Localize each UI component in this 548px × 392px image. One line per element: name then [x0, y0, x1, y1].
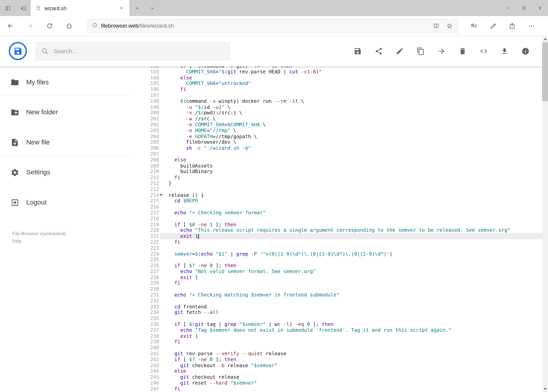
back-button[interactable]: [1, 16, 20, 36]
copy-button[interactable]: [414, 45, 427, 57]
page-info-button[interactable]: [92, 22, 98, 29]
code-line-195[interactable]: 195 COMMIT_SHA="untracked": [140, 81, 542, 86]
code-line-210[interactable]: 210 buildBinary: [140, 169, 542, 175]
code-line-224[interactable]: 224 semver=$(echo "$1" | grep -P '^v(0|[…: [140, 251, 542, 257]
code-line-207[interactable]: 207: [140, 151, 542, 157]
code-line-200[interactable]: 200 -v /$(pwd):/src:z \: [140, 110, 542, 116]
rename-button[interactable]: [393, 45, 406, 57]
scroll-up-button[interactable]: [542, 36, 548, 42]
share-button[interactable]: [372, 45, 385, 57]
code-button[interactable]: [477, 45, 490, 57]
code-line-236[interactable]: 236 if [ $(git tag | grep "$semver" | wc…: [140, 321, 542, 327]
fold-arrow-icon[interactable]: [159, 192, 163, 198]
refresh-button[interactable]: [40, 16, 59, 36]
app-logo[interactable]: [9, 42, 27, 60]
code-line-211[interactable]: 211 fi: [140, 175, 542, 181]
code-line-209[interactable]: 209 buildAssets: [140, 163, 542, 169]
code-line-218[interactable]: 218: [140, 216, 542, 222]
code-line-219[interactable]: 219 if [ $# -ne 1 ]; then: [140, 222, 542, 227]
scrollbar-thumb[interactable]: [542, 42, 548, 101]
minimize-button[interactable]: [500, 0, 516, 16]
sidebar-item-my-files[interactable]: My files: [0, 73, 140, 91]
code-line-204[interactable]: 204 -e GOPATH=//tmp/gopath \: [140, 133, 542, 139]
code-line-239[interactable]: 239 fi: [140, 339, 542, 345]
sidebar-item-logout[interactable]: Logout: [0, 193, 140, 211]
help-link[interactable]: Help: [12, 238, 22, 244]
search-box[interactable]: [35, 42, 231, 61]
code-line-246[interactable]: 246 git reset --hard "$semver": [140, 380, 542, 386]
code-line-222[interactable]: 222 fi: [140, 239, 542, 245]
sidebar-item-settings[interactable]: Settings: [0, 163, 140, 182]
code-line-198[interactable]: 198 $(command -v winpty) docker run --rm…: [140, 98, 542, 104]
search-input[interactable]: [53, 48, 224, 55]
code-line-233[interactable]: 233 cd frontend: [140, 304, 542, 310]
show-set-aside-tabs-button[interactable]: [0, 0, 15, 16]
address-bar[interactable]: filebrowser.web/files/wizard.sh: [87, 19, 458, 33]
annotate-button[interactable]: [483, 16, 503, 36]
code-line-240[interactable]: 240: [140, 345, 542, 351]
code-line-223[interactable]: 223: [140, 245, 542, 251]
sidebar-item-new-folder[interactable]: New folder: [0, 103, 140, 121]
reading-view-button[interactable]: [430, 19, 443, 33]
code-line-196[interactable]: 196 fi: [140, 86, 542, 92]
code-line-243[interactable]: 243 git checkout -b release "$semver": [140, 363, 542, 368]
code-line-215[interactable]: 215 cd $REPO: [140, 198, 542, 204]
move-button[interactable]: [435, 45, 448, 57]
code-line-241[interactable]: 241 git rev-parse --verify --quiet relea…: [140, 351, 542, 357]
code-line-194[interactable]: 194 else: [140, 75, 542, 81]
code-line-220[interactable]: 220 echo "This release script requires a…: [140, 227, 542, 233]
code-line-247[interactable]: 247 fi: [140, 386, 542, 392]
code-line-238[interactable]: 238 exit 1: [140, 333, 542, 339]
download-button[interactable]: [498, 45, 511, 57]
code-line-244[interactable]: 244 else: [140, 368, 542, 374]
code-line-208[interactable]: 208 else: [140, 157, 542, 163]
code-line-212[interactable]: 212}: [140, 181, 542, 186]
code-line-206[interactable]: 206 sh -c "./wizard.sh -b": [140, 145, 542, 151]
scroll-down-button[interactable]: [542, 386, 548, 392]
close-button[interactable]: [532, 0, 548, 16]
code-line-227[interactable]: 227 echo "Not valid semver format. See s…: [140, 268, 542, 274]
code-line-229[interactable]: 229 fi: [140, 280, 542, 286]
add-favorite-button[interactable]: [443, 19, 456, 33]
code-line-230[interactable]: 230: [140, 286, 542, 292]
code-line-242[interactable]: 242 if [ $? -ne 0 ]; then: [140, 357, 542, 363]
code-line-214[interactable]: 214release () {: [140, 192, 542, 198]
home-button[interactable]: [59, 16, 79, 36]
set-tabs-aside-button[interactable]: [15, 0, 31, 16]
code-line-205[interactable]: 205 filebrowser/dev \: [140, 139, 542, 145]
code-line-234[interactable]: 234 git fetch --all: [140, 310, 542, 315]
url-text[interactable]: filebrowser.web/files/wizard.sh: [101, 23, 174, 29]
code-line-228[interactable]: 228 exit 1: [140, 274, 542, 280]
delete-button[interactable]: [456, 45, 469, 57]
tab-preview-toggle[interactable]: [145, 0, 160, 16]
tab-close-icon[interactable]: [117, 4, 126, 13]
code-line-201[interactable]: 201 -w //src \: [140, 116, 542, 122]
code-line-199[interactable]: 199 -u "$(id -u)" \: [140, 104, 542, 110]
code-line-203[interactable]: 203 -e HOME="//tmp" \: [140, 128, 542, 133]
code-line-231[interactable]: 231 echo "> Checking matching $semver in…: [140, 292, 542, 298]
new-tab-button[interactable]: [129, 0, 145, 16]
code-line-245[interactable]: 245 git checkout release: [140, 374, 542, 380]
save-button[interactable]: [351, 45, 364, 57]
sidebar-item-new-file[interactable]: New file: [0, 133, 140, 152]
info-button[interactable]: [519, 45, 532, 57]
code-line-237[interactable]: 237 echo "Tag $semver does not exist in …: [140, 327, 542, 333]
code-line-221[interactable]: 221 exit 1: [140, 233, 542, 239]
code-line-226[interactable]: 226 if [ $? -ne 0 ]; then: [140, 263, 542, 268]
code-line-232[interactable]: 232: [140, 298, 542, 304]
code-line-202[interactable]: 202 -e COMMIT_SHA=$COMMIT_SHA \: [140, 122, 542, 128]
code-line-213[interactable]: 213: [140, 186, 542, 192]
browser-tab[interactable]: wizard.sh: [31, 0, 129, 16]
page-scrollbar[interactable]: [542, 36, 548, 392]
code-line-197[interactable]: 197: [140, 92, 542, 98]
code-line-216[interactable]: 216: [140, 204, 542, 210]
share-page-button[interactable]: [503, 16, 522, 36]
favorites-hub-button[interactable]: [464, 16, 483, 36]
forward-button[interactable]: [20, 16, 40, 36]
code-editor[interactable]: 192 if [ "$(command -v git)" != "" ]; th…: [140, 36, 542, 392]
code-line-217[interactable]: 217 echo "> Checking semver format": [140, 210, 542, 216]
code-line-193[interactable]: 193 COMMIT_SHA="$(git rev-parse HEAD | c…: [140, 69, 542, 75]
code-line-225[interactable]: 225: [140, 257, 542, 263]
more-button[interactable]: [522, 16, 541, 36]
code-line-235[interactable]: 235: [140, 315, 542, 321]
